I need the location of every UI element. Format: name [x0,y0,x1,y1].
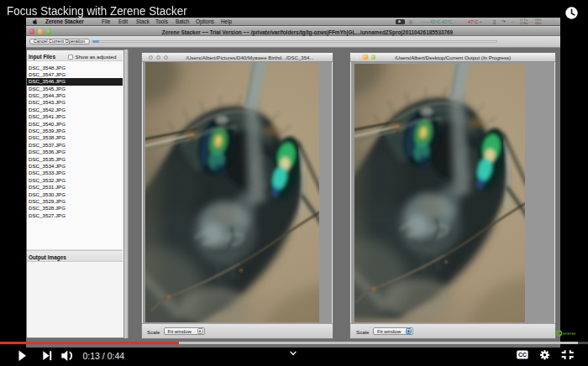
svg-text:0:13 / 0:44: 0:13 / 0:44 [83,351,125,361]
svg-text:CC: CC [518,352,527,358]
svg-text:erene: erene [563,331,576,336]
